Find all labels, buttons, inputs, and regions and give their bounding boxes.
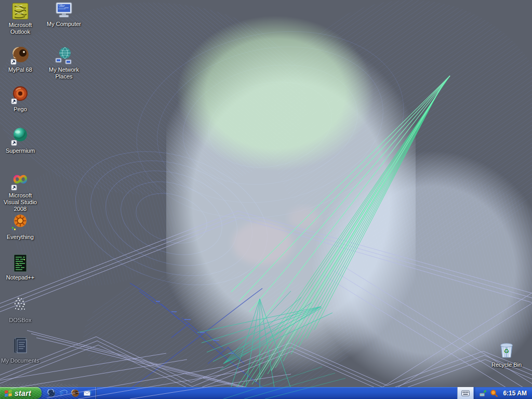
swirl-globe-icon[interactable]: [47, 389, 56, 397]
visual-studio-icon: [10, 171, 30, 191]
desktop-icon-visual-studio-2008[interactable]: Microsoft Visual Studio 2008: [0, 171, 41, 212]
my-computer-icon: [54, 1, 74, 20]
taskbar-empty-area[interactable]: [96, 387, 457, 399]
safely-remove-hardware-icon[interactable]: [479, 389, 487, 397]
icon-label: Pego: [14, 106, 27, 113]
quick-launch-bar: e: [42, 387, 96, 399]
icon-label: My Documents: [1, 357, 39, 364]
desktop-icon-supermium[interactable]: Supermium: [0, 127, 41, 154]
desktop-icon-my-network-places[interactable]: My Network Places: [44, 47, 84, 80]
notepad-plus-plus-icon: [10, 254, 30, 273]
shortcut-arrow: [11, 140, 17, 145]
mypal-icon[interactable]: [71, 389, 79, 397]
icon-label: Notepad++: [6, 274, 34, 281]
icon-label: My Computer: [47, 21, 81, 28]
icon-label: Recycle Bin: [491, 362, 522, 368]
taskbar-clock[interactable]: 6:15 AM: [501, 390, 527, 397]
desktop-icon-recycle-bin[interactable]: ♻ Recycle Bin: [486, 340, 527, 368]
desktop-icon-microsoft-outlook[interactable]: Microsoft Outlook: [0, 2, 41, 35]
start-button[interactable]: start: [0, 387, 42, 399]
svg-text:♻: ♻: [504, 348, 510, 355]
supermium-icon: [10, 127, 30, 147]
icon-label: Microsoft Outlook: [1, 22, 40, 35]
icon-label: Microsoft Visual Studio 2008: [1, 192, 40, 212]
windows-flag-icon: [4, 389, 12, 397]
desktop-icon-notepad-plus-plus[interactable]: Notepad++: [0, 254, 41, 281]
taskbar: start e: [0, 387, 532, 399]
desktop-icon-mypal-68[interactable]: MyPal 68: [0, 46, 41, 73]
desktop-icon-my-computer[interactable]: My Computer: [44, 1, 84, 28]
icon-label: MyPal 68: [8, 66, 32, 73]
language-bar-button[interactable]: [457, 387, 473, 399]
pego-icon: [10, 85, 30, 105]
dosbox-icon: [10, 296, 30, 316]
icon-label: DOSBox: [9, 317, 32, 324]
shortcut-arrow: [11, 185, 17, 190]
keyboard-language-icon: [461, 390, 470, 396]
icon-label: Everything: [7, 234, 34, 241]
desktop-icon-everything[interactable]: Everything: [0, 213, 41, 241]
start-label: start: [15, 389, 31, 397]
icon-label: Supermium: [6, 148, 35, 154]
everything-icon: [10, 213, 30, 233]
shortcut-arrow: [11, 99, 17, 104]
my-network-places-icon: [54, 47, 74, 65]
desktop-icon-my-documents[interactable]: My Documents: [0, 336, 41, 364]
icon-label: My Network Places: [44, 66, 84, 80]
system-tray: 6:15 AM: [473, 387, 532, 399]
everything-search-icon[interactable]: [490, 389, 498, 397]
recycle-bin-icon: ♻: [497, 340, 516, 361]
mypal-icon: [10, 46, 31, 65]
outlook-icon: [11, 2, 30, 21]
shortcut-arrow: [11, 59, 16, 64]
shortcut-arrow-glitched: [12, 227, 16, 230]
internet-explorer-icon[interactable]: e: [59, 389, 68, 397]
outlook-express-icon[interactable]: [83, 389, 91, 397]
desktop-icon-pego[interactable]: Pego: [0, 85, 41, 113]
my-documents-icon: [10, 336, 30, 356]
desktop-icon-dosbox[interactable]: DOSBox: [0, 296, 41, 324]
